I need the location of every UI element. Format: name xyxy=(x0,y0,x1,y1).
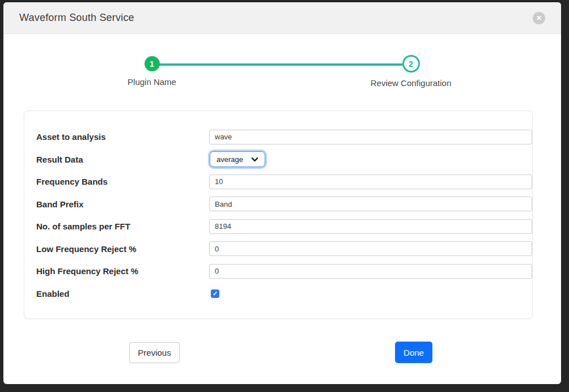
high-frequency-reject-label: High Frequency Reject % xyxy=(36,266,209,276)
form-row-samples-per-fft: No. of samples per FFT xyxy=(36,215,532,238)
step-2-circle: 2 xyxy=(402,55,420,73)
form-row-frequency-bands: Frequency Bands xyxy=(36,171,532,193)
done-button[interactable]: Done xyxy=(395,342,432,363)
enabled-checkbox[interactable]: ✓ xyxy=(211,289,219,298)
step-wizard: 1 Plugin Name 2 Review Configuration xyxy=(3,34,561,97)
form-row-high-frequency-reject: High Frequency Reject % xyxy=(36,260,532,283)
wizard-step-review-configuration[interactable]: 2 Review Configuration xyxy=(343,56,479,88)
asset-to-analysis-input[interactable] xyxy=(209,130,532,144)
result-data-label: Result Data xyxy=(36,155,209,164)
step-1-label: Plugin Name xyxy=(128,77,176,87)
form-row-low-frequency-reject: Low Frequency Reject % xyxy=(36,238,532,261)
form-row-result-data: Result Data average xyxy=(36,148,532,171)
waveform-south-service-dialog: Waveform South Service ✕ 1 Plugin Name 2… xyxy=(3,2,561,384)
low-frequency-reject-label: Low Frequency Reject % xyxy=(36,244,209,254)
chevron-down-icon xyxy=(251,156,258,163)
form-row-asset: Asset to analysis xyxy=(36,126,532,148)
samples-per-fft-input[interactable] xyxy=(209,219,532,234)
previous-button[interactable]: Previous xyxy=(129,342,180,363)
samples-per-fft-label: No. of samples per FFT xyxy=(36,221,209,231)
asset-to-analysis-label: Asset to analysis xyxy=(36,132,209,142)
result-data-select[interactable]: average xyxy=(210,151,265,167)
enabled-label: Enabled xyxy=(36,289,209,299)
frequency-bands-label: Frequency Bands xyxy=(36,177,209,186)
band-prefix-label: Band Prefix xyxy=(36,199,209,209)
form-row-enabled: Enabled ✓ xyxy=(36,283,532,305)
dialog-header: Waveform South Service ✕ xyxy=(3,2,561,34)
form-row-band-prefix: Band Prefix xyxy=(36,193,532,216)
step-1-circle: 1 xyxy=(145,56,160,71)
high-frequency-reject-input[interactable] xyxy=(209,264,532,279)
close-icon[interactable]: ✕ xyxy=(533,12,545,24)
low-frequency-reject-input[interactable] xyxy=(209,241,532,256)
frequency-bands-input[interactable] xyxy=(209,174,532,189)
plugin-config-form: Asset to analysis Result Data average Fr… xyxy=(24,110,533,319)
step-2-label: Review Configuration xyxy=(371,78,452,88)
band-prefix-input[interactable] xyxy=(209,197,532,211)
result-data-selected-value: average xyxy=(216,155,243,164)
wizard-step-plugin-name[interactable]: 1 Plugin Name xyxy=(84,56,220,87)
dialog-title: Waveform South Service xyxy=(19,12,134,24)
